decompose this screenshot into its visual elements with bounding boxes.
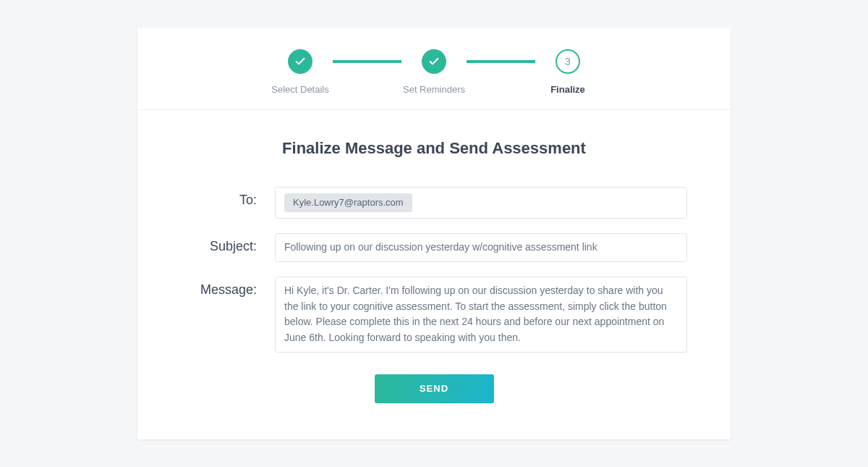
finalize-card: Select Details Set Reminders 3 Finalize … [137,28,731,439]
message-label: Message: [181,277,275,298]
content-area: Finalize Message and Send Assessment To:… [137,110,731,439]
step-label: Finalize [550,84,585,95]
page-title: Finalize Message and Send Assessment [181,139,687,158]
step-set-reminders[interactable]: Set Reminders [401,49,467,95]
message-row: Message: Hi Kyle, it's Dr. Carter. I'm f… [181,277,687,353]
recipient-chip[interactable]: Kyle.Lowry7@raptors.com [284,193,412,212]
message-field[interactable]: Hi Kyle, it's Dr. Carter. I'm following … [275,277,687,353]
subject-row: Subject: Following up on our discussion … [181,233,687,262]
check-icon [422,49,446,74]
subject-label: Subject: [181,233,275,254]
step-finalize[interactable]: 3 Finalize [535,49,600,95]
stepper: Select Details Set Reminders 3 Finalize [137,28,731,110]
to-row: To: Kyle.Lowry7@raptors.com [181,187,687,219]
subject-field[interactable]: Following up on our discussion yesterday… [275,233,687,262]
stepper-connector [333,60,401,63]
step-label: Set Reminders [403,84,465,95]
step-label: Select Details [271,84,328,95]
step-select-details[interactable]: Select Details [268,49,333,95]
step-number-icon: 3 [556,49,580,74]
to-label: To: [181,187,275,208]
stepper-connector [467,60,535,63]
to-field[interactable]: Kyle.Lowry7@raptors.com [275,187,687,219]
send-button[interactable]: SEND [375,374,494,403]
check-icon [288,49,312,74]
